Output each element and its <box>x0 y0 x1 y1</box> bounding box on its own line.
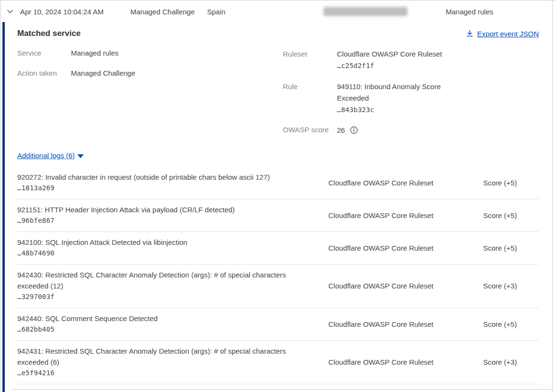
action-taken-value: Managed Challenge <box>71 69 135 78</box>
log-rule-hash: …3297003f <box>17 291 313 302</box>
additional-logs-toggle[interactable]: Additional logs (6) <box>17 151 84 161</box>
action-taken-label: Action taken <box>17 69 71 78</box>
log-row: 942100: SQL Injection Attack Detected vi… <box>17 232 539 265</box>
panel-header: Matched service Export event JSON <box>17 22 539 40</box>
event-action: Managed Challenge <box>130 7 195 15</box>
log-ruleset: Cloudflare OWASP Core Ruleset <box>328 211 483 219</box>
matched-service-details: Service Managed rules Action taken Manag… <box>17 48 539 139</box>
service-field: Service Managed rules <box>17 48 135 58</box>
rule-value: 949110: Inbound Anomaly Score Exceeded …… <box>337 81 459 115</box>
log-rule-title: 942440: SQL Comment Sequence Detected <box>17 313 313 324</box>
rule-label: Rule <box>283 81 337 115</box>
log-rule-title: 942430: Restricted SQL Character Anomaly… <box>17 269 313 291</box>
log-score: Score (+5) <box>483 244 539 252</box>
log-row: 920272: Invalid character in request (ou… <box>17 167 539 199</box>
log-score: Score (+5) <box>483 320 539 328</box>
log-row: 942430: Restricted SQL Character Anomaly… <box>17 265 539 308</box>
log-rule-hash: …e5f94216 <box>17 368 313 379</box>
rule-name: 949110: Inbound Anomaly Score Exceeded <box>337 82 441 102</box>
additional-logs-label: Additional logs (6) <box>17 151 75 161</box>
rule-hash: …843b323c <box>337 106 374 114</box>
log-ruleset: Cloudflare OWASP Core Ruleset <box>328 282 483 290</box>
event-service: Managed rules <box>446 7 493 15</box>
expanded-row-accent-bar <box>2 22 5 392</box>
log-row: 942431: Restricted SQL Character Anomaly… <box>17 341 539 384</box>
download-icon <box>466 30 474 37</box>
log-score: Score (+3) <box>483 282 539 290</box>
log-rule-hash: …48b74690 <box>17 248 313 259</box>
event-country: Spain <box>207 7 225 15</box>
log-ruleset: Cloudflare OWASP Core Ruleset <box>328 244 483 252</box>
card-right-border <box>552 0 553 392</box>
log-score: Score (+5) <box>483 179 539 187</box>
details-right-column: Ruleset Cloudflare OWASP Core Ruleset …c… <box>283 48 484 144</box>
log-rule-title: 921151: HTTP Header Injection Attack via… <box>17 204 313 215</box>
log-rule-hash: …1813a269 <box>17 183 313 194</box>
ruleset-label: Ruleset <box>283 48 337 71</box>
log-ruleset: Cloudflare OWASP Core Ruleset <box>328 320 483 328</box>
rule-field: Rule 949110: Inbound Anomaly Score Excee… <box>283 81 484 115</box>
log-row: 942440: SQL Comment Sequence Detected …6… <box>17 308 539 341</box>
log-rule-hash: …682bb405 <box>17 324 313 335</box>
table-bottom-border <box>12 389 552 390</box>
log-ruleset: Cloudflare OWASP Core Ruleset <box>328 358 483 366</box>
service-label: Service <box>17 48 71 58</box>
owasp-score-field: OWASP score 26 <box>283 125 484 135</box>
log-rule-description: 920272: Invalid character in request (ou… <box>17 172 328 194</box>
log-ruleset: Cloudflare OWASP Core Ruleset <box>328 179 483 187</box>
ruleset-field: Ruleset Cloudflare OWASP Core Ruleset …c… <box>283 48 484 71</box>
page-title: Matched service <box>17 27 81 40</box>
redacted-value <box>324 7 407 16</box>
log-rule-title: 920272: Invalid character in request (ou… <box>17 172 313 183</box>
log-rule-title: 942100: SQL Injection Attack Detected vi… <box>17 237 313 248</box>
action-taken-field: Action taken Managed Challenge <box>17 69 135 78</box>
chevron-down-icon[interactable] <box>6 7 14 16</box>
export-event-json-label: Export event JSON <box>477 30 539 38</box>
ruleset-hash: …c25d2f1f <box>337 62 374 69</box>
info-icon[interactable] <box>350 126 358 134</box>
log-score: Score (+3) <box>483 358 539 366</box>
owasp-score-label: OWASP score <box>283 125 337 135</box>
export-event-json-link[interactable]: Export event JSON <box>466 30 539 38</box>
triangle-down-icon <box>77 154 84 158</box>
event-timestamp: Apr 10, 2024 10:04:24 AM <box>20 7 104 15</box>
log-score: Score (+5) <box>483 211 539 219</box>
details-left-column: Service Managed rules Action taken Manag… <box>17 48 135 89</box>
log-rule-title: 942431: Restricted SQL Character Anomaly… <box>17 346 313 368</box>
log-rule-description: 942440: SQL Comment Sequence Detected …6… <box>17 313 328 335</box>
log-row: 921151: HTTP Header Injection Attack via… <box>17 199 539 232</box>
card-left-border <box>0 0 1 392</box>
log-rule-description: 942100: SQL Injection Attack Detected vi… <box>17 237 328 259</box>
owasp-score-value: 26 <box>337 126 345 134</box>
ruleset-value: Cloudflare OWASP Core Ruleset …c25d2f1f <box>337 48 459 71</box>
event-detail-card: Apr 10, 2024 10:04:24 AM Managed Challen… <box>0 0 556 392</box>
log-rule-hash: …96bfe867 <box>17 215 313 226</box>
ruleset-name: Cloudflare OWASP Core Ruleset <box>337 50 442 58</box>
log-rule-description: 921151: HTTP Header Injection Attack via… <box>17 204 328 226</box>
additional-logs-table: 920272: Invalid character in request (ou… <box>17 167 539 384</box>
event-detail-body: Matched service Export event JSON Servic… <box>17 22 539 390</box>
event-summary-row[interactable]: Apr 10, 2024 10:04:24 AM Managed Challen… <box>0 0 556 22</box>
log-rule-description: 942430: Restricted SQL Character Anomaly… <box>17 269 328 302</box>
log-rule-description: 942431: Restricted SQL Character Anomaly… <box>17 346 328 379</box>
service-value: Managed rules <box>71 48 118 58</box>
